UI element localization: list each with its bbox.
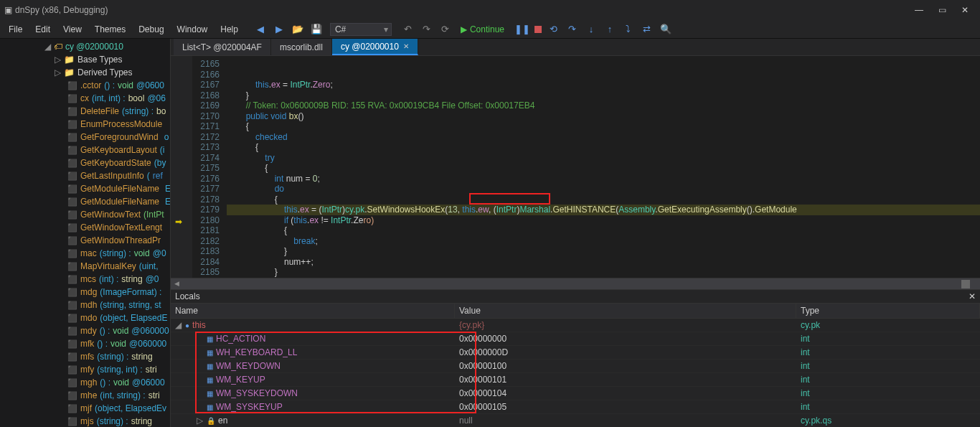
method-icon: ⬛: [67, 416, 77, 427]
horizontal-scrollbar[interactable]: ◀: [171, 278, 980, 289]
tree-row[interactable]: ⬛ GetWindowThreadPr: [0, 234, 170, 247]
method-icon: ⬛: [67, 377, 77, 388]
locals-row[interactable]: ◢● this{cy.pk}cy.pk: [171, 319, 980, 332]
minimize-button[interactable]: —: [914, 5, 924, 15]
tree-row[interactable]: ▷ 📁 Derived Types: [0, 66, 170, 79]
highlight-box-method: [469, 193, 550, 205]
tree-row[interactable]: ⬛ GetModuleFileNameE: [0, 195, 170, 208]
play-icon: ▶: [461, 24, 467, 34]
method-icon: ⬛: [67, 157, 77, 169]
expand-icon[interactable]: ◢: [175, 320, 182, 330]
menubar: File Edit View Themes Debug Window Help …: [0, 20, 980, 39]
menu-help[interactable]: Help: [215, 22, 244, 37]
tree-row[interactable]: ⬛ mjf(object, ElapsedEv: [0, 402, 170, 415]
locals-panel: Locals ✕ Name Value Type ◢● this{cy.pk}c…: [171, 289, 980, 427]
method-icon: ⬛: [67, 196, 77, 207]
titlebar: ▣ dnSpy (x86, Debugging) — ▭ ✕: [0, 0, 980, 20]
tree-row[interactable]: ⬛ GetWindowTextLengt: [0, 221, 170, 234]
pause-icon[interactable]: ❚❚: [516, 23, 529, 36]
tree-row[interactable]: ⬛ GetForegroundWindo: [0, 131, 170, 144]
tree-row[interactable]: ⬛ mfy(string, int) : stri: [0, 363, 170, 376]
tree-row[interactable]: ▷ 📁 Base Types: [0, 53, 170, 66]
tree-row[interactable]: ⬛ GetKeyboardState(by: [0, 156, 170, 169]
language-dropdown[interactable]: C#: [330, 23, 392, 36]
tree-row[interactable]: ⬛ mhe(int, string) : stri: [0, 389, 170, 402]
method-icon: ⬛: [67, 118, 77, 130]
panel-close-icon[interactable]: ✕: [969, 291, 976, 301]
tree-row[interactable]: ⬛ mcs(int) : string @0: [0, 273, 170, 286]
undo-icon[interactable]: ↶: [402, 23, 415, 36]
method-icon: ⬛: [67, 93, 77, 104]
method-icon: ⬛: [67, 222, 77, 233]
tree-row[interactable]: ⬛ .cctor() : void @0600: [0, 79, 170, 92]
tree-row[interactable]: ⬛ GetWindowText(IntPt: [0, 208, 170, 221]
tab[interactable]: mscorlib.dll: [271, 39, 332, 55]
method-icon: ⬛: [67, 248, 77, 259]
tree-row[interactable]: ⬛ cx(int, int) : bool @06: [0, 92, 170, 105]
method-icon: ⬛: [67, 131, 77, 143]
tree-row[interactable]: ⬛ mjs(string) : string: [0, 415, 170, 427]
stop-icon[interactable]: [534, 26, 542, 33]
tree-row[interactable]: ⬛ GetKeyboardLayout(i: [0, 144, 170, 156]
tree-row[interactable]: ⬛ mfk() : void @060000: [0, 337, 170, 350]
step-over-icon[interactable]: ↷: [566, 23, 579, 36]
tab-close-icon[interactable]: ✕: [403, 42, 409, 50]
line-numbers: 2165216621672168216921702171217221732174…: [192, 56, 227, 278]
step-out-icon[interactable]: ↑: [603, 23, 616, 36]
tree-row[interactable]: ⬛ mdo(object, ElapsedE: [0, 311, 170, 324]
tree-row[interactable]: ⬛ EnumProcessModule: [0, 118, 170, 131]
tree-row[interactable]: ⬛ MapVirtualKey(uint,: [0, 260, 170, 273]
field-icon: ●: [185, 322, 189, 329]
menu-file[interactable]: File: [3, 22, 28, 37]
scroll-left-icon[interactable]: ◀: [172, 280, 181, 288]
expand-icon[interactable]: ▷: [197, 416, 204, 426]
save-icon[interactable]: 💾: [310, 23, 323, 36]
nav-forward-icon[interactable]: ▶: [273, 23, 286, 36]
step-into-icon[interactable]: ↓: [585, 23, 598, 36]
tree-row[interactable]: ⬛ mdg(ImageFormat) :: [0, 286, 170, 299]
close-button[interactable]: ✕: [960, 5, 970, 15]
tab[interactable]: cy @02000010✕: [332, 39, 418, 55]
breakpoint-margin[interactable]: ➡: [171, 56, 192, 278]
menu-edit[interactable]: Edit: [29, 22, 56, 37]
restart-icon[interactable]: ⟲: [547, 23, 560, 36]
tree-row[interactable]: ⬛ DeleteFile(string) : bo: [0, 105, 170, 118]
method-icon: ⬛: [67, 105, 77, 117]
method-icon: ⬛: [67, 325, 77, 337]
redo-icon[interactable]: ↷: [420, 23, 433, 36]
execution-pointer-icon: ➡: [171, 56, 192, 227]
menu-themes[interactable]: Themes: [89, 22, 131, 37]
col-type[interactable]: Type: [796, 304, 980, 318]
menu-view[interactable]: View: [57, 22, 88, 37]
tree-row[interactable]: ⬛ mac(string) : void @0: [0, 247, 170, 260]
code-area[interactable]: this.ex = IntPtr.Zero; } // Token: 0x060…: [227, 56, 980, 278]
refresh-icon[interactable]: ⟳: [439, 23, 452, 36]
tree-row[interactable]: ◢ 🏷 cy @02000010: [0, 40, 170, 53]
tree-row[interactable]: ⬛ mgh() : void @06000: [0, 376, 170, 389]
flow-icon[interactable]: ⇄: [641, 23, 654, 36]
method-icon: ⬛: [67, 312, 77, 324]
code-editor[interactable]: ➡ 21652166216721682169217021712172217321…: [171, 56, 980, 278]
menu-window[interactable]: Window: [171, 22, 214, 37]
tree-row[interactable]: ⬛ mfs(string) : string: [0, 350, 170, 363]
tree-row[interactable]: ⬛ mdy() : void @060000: [0, 324, 170, 337]
search-icon[interactable]: 🔍: [659, 23, 672, 36]
method-icon: ⬛: [67, 80, 77, 91]
col-name[interactable]: Name: [171, 304, 455, 318]
open-folder-icon[interactable]: 📂: [291, 23, 304, 36]
tree-row[interactable]: ⬛ GetLastInputInfo(ref: [0, 169, 170, 182]
tree-row[interactable]: ⬛ mdh(string, string, st: [0, 299, 170, 311]
locals-title: Locals: [175, 291, 200, 301]
locals-row[interactable]: ▷🔒 ennullcy.pk.qs: [171, 414, 980, 427]
col-value[interactable]: Value: [455, 304, 796, 318]
nav-back-icon[interactable]: ◀: [254, 23, 267, 36]
tab[interactable]: List<T> @020004AF: [174, 39, 271, 55]
continue-button[interactable]: ▶ Continue: [461, 24, 504, 34]
step-icon[interactable]: ⤵: [622, 23, 635, 36]
menu-debug[interactable]: Debug: [133, 22, 169, 37]
tree-row[interactable]: ⬛ GetModuleFileNameE: [0, 182, 170, 195]
method-icon: ⬛: [67, 209, 77, 220]
maximize-button[interactable]: ▭: [937, 5, 947, 15]
scroll-right-icon[interactable]: [961, 280, 970, 288]
method-icon: ⬛: [67, 144, 77, 156]
